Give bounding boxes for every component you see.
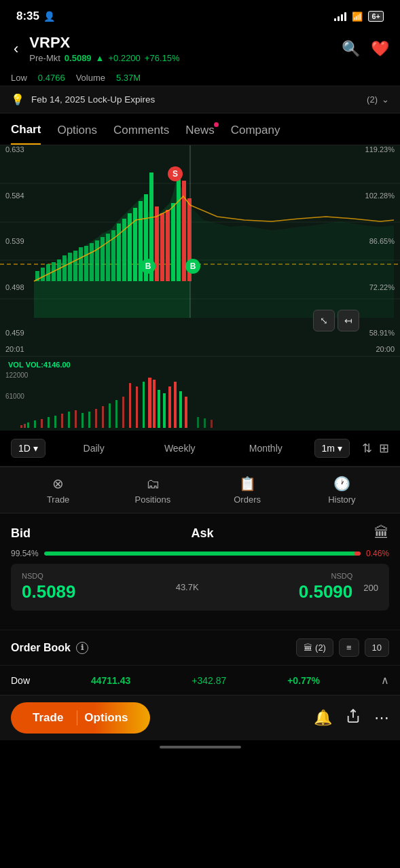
back-button[interactable]: ‹ [11, 37, 21, 60]
svg-rect-62 [153, 380, 156, 428]
chart-x-labels: 20:01 20:00 [5, 345, 395, 353]
info-icon[interactable]: ℹ [76, 642, 88, 654]
status-time: 8:35 👤 [16, 10, 55, 23]
svg-rect-53 [95, 409, 97, 428]
mid-volume: 43.7K [76, 582, 299, 592]
order-book-filter-button[interactable]: ≡ [339, 638, 359, 657]
chart-compare-button[interactable]: ⇅ [362, 441, 372, 456]
history-icon: 🕐 [333, 475, 350, 492]
tab-company[interactable]: Company [231, 117, 280, 144]
svg-rect-56 [115, 400, 117, 428]
timeframe-1d-button[interactable]: 1D ▾ [11, 439, 46, 458]
time-controls: 1D ▾ Daily Weekly Monthly 1m ▾ ⇅ ⊞ [0, 431, 400, 467]
svg-rect-44 [34, 420, 36, 428]
chart-svg: S B B [0, 145, 400, 337]
svg-rect-18 [101, 237, 105, 281]
dow-chevron-icon: ∧ [381, 674, 389, 687]
dow-ticker-row[interactable]: Dow 44711.43 +342.87 +0.77% ∧ [0, 665, 400, 695]
svg-rect-45 [41, 419, 43, 428]
svg-rect-54 [102, 406, 104, 428]
nav-positions[interactable]: 🗂 Positions [105, 476, 200, 505]
svg-rect-46 [48, 417, 50, 428]
timeframe-monthly-button[interactable]: Monthly [223, 439, 309, 458]
bell-button[interactable]: 🔔 [314, 709, 332, 727]
interval-1m-button[interactable]: 1m ▾ [314, 439, 350, 458]
trade-icon: ⊗ [52, 475, 64, 492]
nav-history[interactable]: 🕐 History [295, 475, 389, 505]
bid-quote-row: NSDQ 0.5089 43.7K NSDQ 0.5090 200 [11, 564, 389, 611]
action-bar: Trade Options 🔔 ⋯ [0, 695, 400, 740]
bid-price: 0.5089 [22, 581, 76, 602]
status-bar: 8:35 👤 📶 6+ [0, 0, 400, 30]
svg-rect-24 [133, 208, 137, 281]
expand-chart-button[interactable]: ⤡ [313, 310, 335, 331]
share-button[interactable] [346, 708, 361, 727]
watchlist-button[interactable]: ❤️ [371, 40, 389, 58]
svg-rect-48 [61, 414, 63, 428]
order-book-label: Order Book ℹ [11, 642, 88, 654]
svg-rect-59 [136, 386, 138, 428]
svg-rect-32 [177, 174, 181, 281]
svg-rect-28 [155, 206, 159, 281]
svg-rect-71 [211, 420, 213, 428]
bid-dot [354, 551, 361, 556]
alert-bar[interactable]: 💡 Feb 14, 2025 Lock-Up Expires (2) ⌄ [0, 86, 400, 113]
home-bar [160, 746, 241, 748]
trading-nav: ⊗ Trade 🗂 Positions 📋 Orders 🕐 History [0, 467, 400, 513]
action-icons: 🔔 ⋯ [314, 708, 389, 727]
chart-layout-button[interactable]: ⊞ [379, 441, 389, 456]
svg-rect-17 [95, 240, 99, 281]
svg-rect-64 [163, 393, 166, 428]
tab-news[interactable]: News [185, 117, 215, 144]
svg-rect-11 [62, 255, 67, 281]
tab-options[interactable]: Options [57, 117, 97, 144]
positions-icon: 🗂 [146, 476, 160, 492]
svg-rect-43 [27, 422, 29, 428]
svg-rect-51 [81, 413, 84, 428]
svg-rect-29 [160, 213, 164, 281]
svg-rect-31 [171, 203, 175, 281]
svg-rect-47 [54, 416, 56, 428]
ask-price: 0.5090 [299, 581, 353, 602]
svg-text:S: S [172, 169, 178, 179]
svg-text:B: B [190, 261, 196, 271]
volume-svg [0, 376, 400, 431]
svg-rect-41 [20, 425, 22, 428]
svg-rect-7 [41, 268, 45, 281]
crosshair-button[interactable]: ↤ [338, 310, 359, 331]
chart-tools: ⤡ ↤ [313, 310, 359, 331]
svg-rect-10 [57, 259, 61, 281]
wifi-icon: 📶 [352, 12, 363, 22]
home-indicator [0, 740, 400, 751]
svg-rect-60 [143, 382, 145, 428]
svg-rect-63 [158, 390, 160, 428]
time-display: 8:35 [16, 10, 39, 23]
svg-rect-52 [88, 412, 90, 428]
timeframe-daily-button[interactable]: Daily [51, 439, 137, 458]
header-actions: 🔍 ❤️ [342, 40, 389, 58]
svg-rect-42 [24, 424, 26, 428]
ticker-symbol: VRPX [29, 34, 333, 52]
chart-y-labels-right: 119.23% 102.28% 86.65% 72.22% 58.91% [365, 145, 395, 337]
bank-icon[interactable]: 🏛 [374, 524, 389, 542]
order-book-actions: 🏛 (2) ≡ 10 [296, 638, 389, 657]
svg-rect-21 [117, 223, 121, 281]
timeframe-weekly-button[interactable]: Weekly [137, 439, 223, 458]
more-button[interactable]: ⋯ [374, 709, 389, 727]
bid-bar [44, 551, 361, 556]
nav-trade[interactable]: ⊗ Trade [11, 475, 105, 505]
trade-options-button[interactable]: Trade Options [11, 702, 150, 734]
svg-rect-68 [185, 397, 187, 428]
order-book-view-button[interactable]: 🏛 (2) [296, 638, 333, 657]
order-book-size-button[interactable]: 10 [365, 638, 389, 657]
svg-rect-70 [204, 418, 206, 428]
nav-orders[interactable]: 📋 Orders [200, 475, 295, 505]
bulb-icon: 💡 [11, 93, 24, 106]
chart-y-labels-left: 0.633 0.584 0.539 0.498 0.459 [5, 145, 24, 337]
bid-ask-bar: 99.54% 0.46% [11, 549, 389, 558]
svg-rect-50 [75, 410, 77, 428]
tab-chart[interactable]: Chart [11, 116, 41, 145]
svg-rect-14 [79, 247, 83, 281]
tab-comments[interactable]: Comments [113, 117, 169, 144]
search-button[interactable]: 🔍 [342, 40, 360, 58]
